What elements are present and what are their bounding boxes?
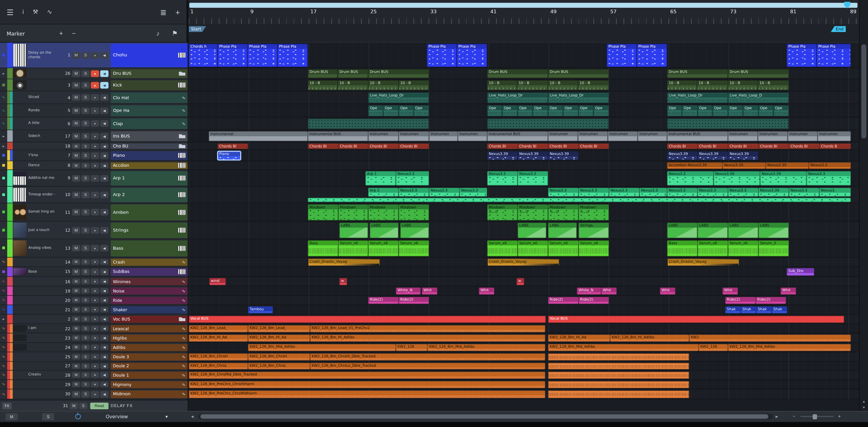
add-track-button[interactable]: +: [176, 8, 180, 16]
clip[interactable]: KW2_126: [699, 344, 728, 351]
clip[interactable]: Drum BUS: [487, 69, 548, 78]
zoom-in-button[interactable]: +: [838, 414, 841, 419]
monitor-button[interactable]: ◀: [100, 70, 108, 77]
clip[interactable]: Serum_x6: [338, 240, 368, 256]
track-row[interactable]: Y'kno7MS●◀Piano: [0, 150, 188, 161]
mute-button[interactable]: M: [72, 52, 81, 59]
track-row[interactable]: ∿19MS●◀Noise∿: [0, 286, 188, 296]
clip[interactable]: KW2_126_Bm_Lead_V1_PreChv2: [310, 325, 546, 332]
clip[interactable]: 10 - B: [487, 80, 517, 90]
clip[interactable]: Chords Bl: [728, 144, 758, 149]
clip[interactable]: Nexus3.39: [667, 151, 698, 160]
clip[interactable]: Phase Pla: [637, 44, 667, 67]
solo-button[interactable]: S: [82, 120, 90, 127]
clip[interactable]: Nexus3.3: [396, 171, 429, 186]
mute-button[interactable]: M: [72, 372, 81, 377]
clip[interactable]: Nexus3.3: [667, 188, 698, 196]
clip[interactable]: Drum BUS: [368, 69, 429, 78]
mute-button[interactable]: M: [72, 316, 81, 322]
clip[interactable]: KW2_126_Bm_Lead_: [248, 325, 310, 332]
clip[interactable]: Nexus3.39: [766, 162, 809, 169]
track-row[interactable]: ∿29MS●◀Higmony∿: [0, 380, 188, 389]
clip[interactable]: Nexus3.3: [548, 188, 578, 196]
track-row[interactable]: Just a touch12MS●◀Strings: [0, 222, 188, 239]
solo-button[interactable]: S: [82, 307, 90, 312]
mute-button[interactable]: M: [72, 191, 81, 198]
solo-button[interactable]: S: [82, 382, 90, 387]
clip[interactable]: Phase Pla: [218, 44, 247, 67]
clip[interactable]: Nexus3.3: [698, 188, 728, 196]
clip[interactable]: Nexus3.3: [789, 188, 819, 196]
scroll-right-icon[interactable]: ▶: [775, 414, 778, 418]
track-row[interactable]: ∿A liitle6MS●◀Clap∿: [0, 117, 188, 130]
clip[interactable]: Ope: [593, 105, 609, 116]
clip[interactable]: KW2: [689, 334, 851, 342]
clip[interactable]: Drum BUS: [338, 69, 368, 78]
monitor-button[interactable]: ◀: [100, 82, 108, 88]
clip[interactable]: Nexus3.39: [722, 162, 766, 169]
solo-button[interactable]: S: [82, 175, 90, 181]
clip[interactable]: Live_Hats_Loop_Dr: [548, 93, 609, 103]
clip[interactable]: Serum_x6: [578, 240, 609, 256]
clip[interactable]: Shak: [725, 306, 741, 314]
clip[interactable]: w: [339, 278, 347, 285]
clip[interactable]: Instrumental BUS: [487, 131, 548, 141]
clip[interactable]: Serum_x6: [728, 240, 758, 256]
monitor-button[interactable]: ◀: [100, 288, 108, 294]
monitor-button[interactable]: ◀: [100, 382, 108, 387]
track-row[interactable]: ∿25MS●◀Doule 3∿: [0, 352, 188, 362]
track-lane[interactable]: White_NWhitWhitWhite_NWhitWhitWhitWhit: [189, 286, 859, 296]
clip[interactable]: Serum_x6: [698, 240, 728, 256]
clip[interactable]: Nexus3.: [819, 188, 851, 196]
solo-button[interactable]: S: [82, 133, 90, 139]
vertical-scrollbar[interactable]: ▲ ▼: [859, 0, 868, 411]
solo-button[interactable]: S: [82, 372, 90, 377]
clip[interactable]: Whit: [479, 287, 494, 295]
clip[interactable]: White_N: [577, 287, 601, 295]
clip[interactable]: Instrumen: [758, 131, 787, 141]
clip[interactable]: Shak: [741, 306, 756, 314]
global-solo-button[interactable]: S: [42, 413, 54, 420]
clip[interactable]: Chords Bl: [789, 144, 819, 149]
clip[interactable]: Nexus3.39: [728, 151, 758, 160]
record-arm-button[interactable]: ●: [91, 279, 99, 284]
clip[interactable]: Mixdown: [368, 205, 398, 220]
clip[interactable]: KW2_126_Bm_Hi_Ad: [189, 334, 248, 342]
info-icon[interactable]: i: [23, 9, 24, 15]
mute-button[interactable]: M: [72, 391, 81, 397]
clip[interactable]: Piano: [218, 151, 241, 160]
track-lane[interactable]: TambouShakShakShakShak: [189, 305, 859, 314]
mute-button[interactable]: M: [72, 94, 81, 101]
zoom-slider-thumb[interactable]: [812, 414, 817, 419]
monitor-button[interactable]: ◀: [100, 94, 108, 101]
clip[interactable]: Drum BUS: [308, 69, 338, 78]
mute-button[interactable]: M: [72, 268, 81, 275]
clip[interactable]: Instrumen: [368, 131, 398, 141]
track-list-icon[interactable]: ≣: [160, 8, 167, 16]
clip[interactable]: Ope: [487, 105, 502, 116]
monitor-button[interactable]: ◀: [100, 175, 108, 181]
solo-button[interactable]: S: [82, 107, 90, 114]
clip[interactable]: 10 - B: [517, 80, 548, 90]
clip[interactable]: Ride(2): [398, 297, 429, 304]
solo-button[interactable]: S: [82, 52, 90, 59]
clip[interactable]: Drum BUS: [667, 69, 728, 78]
track-lane[interactable]: KW2_126_Bm_Lead_KW2_126_Bm_Lead_KW2_126_…: [189, 324, 859, 333]
mute-button[interactable]: M: [72, 209, 81, 215]
clip[interactable]: KW2_126_Bm_Mid_Adlibs: [548, 344, 699, 351]
clip[interactable]: Live_Hats_Loop_D: [728, 93, 789, 103]
track-lane[interactable]: Accordion Nexus3.39Nexus3.39Nexus3.39Nex…: [189, 161, 859, 170]
track-row[interactable]: Analog vibes13MS●◀Bass: [0, 239, 188, 257]
clip[interactable]: Ride(2): [725, 297, 755, 304]
clip[interactable]: Chords Bl: [218, 144, 248, 149]
clip[interactable]: Ope: [502, 105, 518, 116]
monitor-button[interactable]: ◀: [100, 326, 108, 331]
mute-button[interactable]: M: [72, 288, 81, 294]
clip[interactable]: Nexus3.3: [459, 188, 487, 196]
remove-marker-button[interactable]: −: [72, 30, 76, 36]
clip[interactable]: Instrumen: [458, 131, 487, 141]
track-row[interactable]: ∿Creativ28MS●◀Doule 1∿: [0, 371, 188, 380]
clip[interactable]: [548, 354, 689, 361]
record-arm-button[interactable]: ●: [91, 70, 99, 77]
clip[interactable]: Instrumen: [608, 131, 638, 141]
